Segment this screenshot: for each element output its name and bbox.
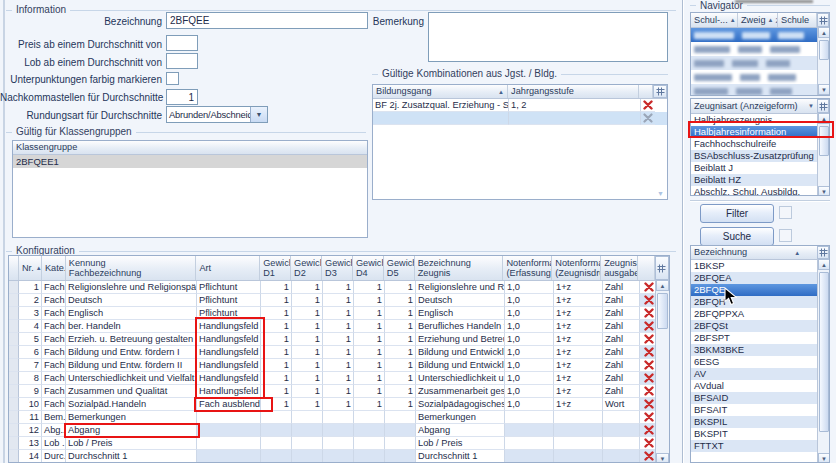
cell-zeugnisausgabe[interactable] bbox=[603, 437, 640, 450]
zeugnisart-item[interactable]: BSAbschluss-Zusatzprüfung bbox=[691, 150, 817, 162]
cell-gewicht-d5[interactable] bbox=[385, 437, 416, 450]
bezeichnung-item[interactable]: FTTXT bbox=[691, 440, 817, 452]
bezeichnung-item[interactable]: 2BFQSt bbox=[691, 320, 817, 332]
cell-zeugnisausgabe[interactable] bbox=[603, 424, 640, 437]
column-header-bildungsgang[interactable]: Bildungsgang▲ bbox=[373, 85, 508, 98]
cell-gewicht-d2[interactable]: 1 bbox=[292, 333, 323, 346]
cell-nr[interactable]: 3 bbox=[19, 307, 42, 320]
cell-kennung[interactable]: Bildung und Entw. fördern II bbox=[66, 359, 197, 372]
cell-art[interactable]: Pflichtunt bbox=[197, 294, 261, 307]
cell-notenformat-erfassung[interactable]: 1,0 bbox=[505, 359, 554, 372]
cell-art[interactable] bbox=[197, 450, 261, 463]
bezeichnung-scrollbar[interactable]: ▲ ▼ bbox=[817, 259, 830, 463]
cell-bildungsgang[interactable] bbox=[373, 112, 509, 125]
cell-gewicht-d3[interactable]: 1 bbox=[323, 359, 354, 372]
cell-zeugnisausgabe[interactable]: Zahl bbox=[603, 359, 640, 372]
filter-button[interactable]: Filter bbox=[700, 204, 774, 223]
cell-art[interactable]: Handlungsfeld bbox=[197, 333, 261, 346]
cell-notenformat-erfassung[interactable] bbox=[505, 437, 554, 450]
school-row[interactable] bbox=[691, 28, 817, 42]
cell-bezeichnung-zeugnis[interactable]: Englisch bbox=[416, 307, 505, 320]
cell-kategorie[interactable]: Lob ... bbox=[42, 437, 66, 450]
cell-gewicht-d3[interactable] bbox=[323, 450, 354, 463]
column-picker-icon[interactable] bbox=[817, 13, 829, 27]
cell-kategorie[interactable]: Fach bbox=[42, 398, 66, 411]
scroll-down-icon[interactable]: ▼ bbox=[818, 453, 830, 463]
cell-zeugnisausgabe[interactable]: Zahl bbox=[603, 281, 640, 294]
zeugnisart-item[interactable]: Beiblatt J bbox=[691, 162, 817, 174]
cell-gewicht-d5[interactable]: 1 bbox=[385, 320, 416, 333]
cell-notenformat-erfassung[interactable]: 1,0 bbox=[505, 281, 554, 294]
cell-gewicht-d4[interactable] bbox=[354, 411, 385, 424]
cell-bezeichnung-zeugnis[interactable]: Sozialpädagogisches ... bbox=[416, 398, 505, 411]
cell-gewicht-d5[interactable]: 1 bbox=[385, 398, 416, 411]
cell-nr[interactable]: 2 bbox=[19, 294, 42, 307]
unterpunkt-checkbox[interactable] bbox=[166, 72, 179, 85]
scrollbar-thumb[interactable] bbox=[819, 126, 829, 156]
cell-gewicht-d1[interactable]: 1 bbox=[261, 385, 292, 398]
cell-notenformat-erfassung[interactable] bbox=[505, 424, 554, 437]
bezeichnung-item[interactable]: BFSAIT bbox=[691, 404, 817, 416]
cell-zeugnisausgabe[interactable] bbox=[603, 450, 640, 463]
cell-notenformat-erfassung[interactable] bbox=[505, 450, 554, 463]
bezeichnung-item[interactable]: BKSPIT bbox=[691, 428, 817, 440]
cell-zeugnisausgabe[interactable]: Zahl bbox=[603, 346, 640, 359]
column-picker-icon[interactable] bbox=[655, 256, 669, 280]
cell-kategorie[interactable]: Durc... bbox=[42, 450, 66, 463]
cell-gewicht-d1[interactable]: 1 bbox=[261, 320, 292, 333]
column-header-notenformat[interactable]: Notenformat(Zeugnisdruck) bbox=[552, 256, 601, 280]
bezeichnung-item[interactable]: BKSPIL bbox=[691, 416, 817, 428]
cell-nr[interactable]: 5 bbox=[19, 333, 42, 346]
cell-gewicht-d4[interactable]: 1 bbox=[354, 320, 385, 333]
cell-nr[interactable]: 12 bbox=[19, 424, 42, 437]
cell-gewicht-d3[interactable]: 1 bbox=[323, 398, 354, 411]
cell-bezeichnung-zeugnis[interactable]: Durchschnitt 1 bbox=[416, 450, 505, 463]
cell-kategorie[interactable]: Fach bbox=[42, 385, 66, 398]
cell-art[interactable] bbox=[197, 411, 261, 424]
cell-nr[interactable]: 6 bbox=[19, 346, 42, 359]
bemerkung-textarea[interactable] bbox=[428, 12, 668, 62]
cell-gewicht-d4[interactable]: 1 bbox=[354, 359, 385, 372]
column-header-gewicht[interactable]: GewichtD3 bbox=[322, 256, 353, 280]
scroll-down-icon[interactable]: ▼ bbox=[657, 190, 664, 197]
cell-gewicht-d3[interactable]: 1 bbox=[323, 307, 354, 320]
cell-gewicht-d4[interactable]: 1 bbox=[354, 333, 385, 346]
column-header-gewicht[interactable]: GewichtD1 bbox=[260, 256, 291, 280]
konfiguration-scrollbar[interactable]: ▲ ▼ bbox=[655, 280, 669, 463]
scrollbar-thumb[interactable] bbox=[657, 293, 668, 329]
cell-gewicht-d5[interactable]: 1 bbox=[385, 385, 416, 398]
cell-art[interactable] bbox=[197, 424, 261, 437]
cell-notenformat-zeugnisdruck[interactable] bbox=[554, 424, 603, 437]
cell-notenformat-zeugnisdruck[interactable]: 1+z bbox=[554, 385, 603, 398]
cell-nr[interactable]: 10 bbox=[19, 398, 42, 411]
cell-nr[interactable]: 8 bbox=[19, 372, 42, 385]
cell-jahrgangsstufe[interactable]: 1, 2 bbox=[509, 99, 641, 112]
chevron-down-icon[interactable]: ▼ bbox=[250, 107, 267, 122]
cell-kategorie[interactable]: Fach bbox=[42, 320, 66, 333]
cell-gewicht-d1[interactable]: 1 bbox=[261, 333, 292, 346]
cell-art[interactable]: Handlungsfeld bbox=[197, 320, 261, 333]
cell-notenformat-erfassung[interactable]: 1,0 bbox=[505, 294, 554, 307]
delete-row-button[interactable] bbox=[641, 99, 655, 112]
scroll-up-icon[interactable]: ▲ bbox=[656, 280, 669, 291]
cell-gewicht-d1[interactable] bbox=[261, 411, 292, 424]
cell-art[interactable]: Pflichtunt bbox=[197, 307, 261, 320]
cell-gewicht-d4[interactable]: 1 bbox=[354, 281, 385, 294]
school-table-scrollbar[interactable]: ▲ ▼ bbox=[817, 27, 830, 95]
cell-zeugnisausgabe[interactable]: Zahl bbox=[603, 385, 640, 398]
cell-kategorie[interactable]: Fach bbox=[42, 281, 66, 294]
column-header-zweig[interactable]: Zweig▲2 bbox=[738, 13, 778, 27]
cell-gewicht-d1[interactable]: 1 bbox=[261, 307, 292, 320]
cell-gewicht-d2[interactable]: 1 bbox=[292, 281, 323, 294]
column-picker-icon[interactable] bbox=[817, 246, 829, 259]
bezeichnung-item[interactable]: 2BFQE bbox=[691, 284, 817, 296]
column-header-kennung[interactable]: KennungFachbezeichnung bbox=[66, 256, 197, 280]
filter-checkbox[interactable] bbox=[779, 206, 792, 219]
cell-jahrgangsstufe[interactable] bbox=[509, 112, 641, 125]
column-header-jahrgangsstufe[interactable]: Jahrgangsstufe bbox=[508, 85, 639, 98]
zeugnisart-header[interactable]: Zeugnisart (Anzeigeform) ▼ bbox=[691, 99, 829, 114]
cell-bezeichnung-zeugnis[interactable]: Bildung und Entwicklu... bbox=[416, 359, 505, 372]
cell-nr[interactable]: 4 bbox=[19, 320, 42, 333]
cell-kategorie[interactable]: Bem... bbox=[42, 411, 66, 424]
zeugnisart-item[interactable]: Beiblatt HZ bbox=[691, 174, 817, 186]
